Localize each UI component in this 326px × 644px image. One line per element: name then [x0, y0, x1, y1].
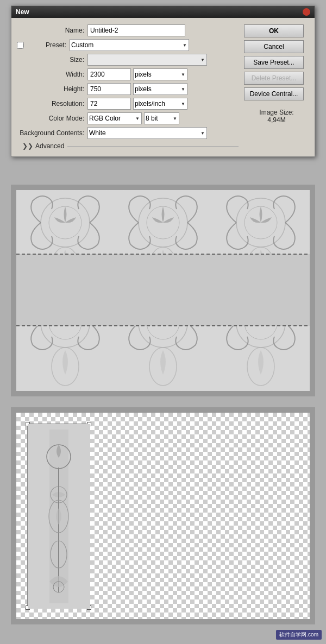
bg-contents-row: Background Contents: White	[17, 127, 239, 139]
preset-checkbox[interactable]	[17, 42, 24, 49]
advanced-row: ❯❯ Advanced	[17, 142, 239, 150]
dialog-title: New	[16, 8, 29, 16]
height-input-group: pixels	[87, 83, 187, 95]
name-row: Name:	[17, 24, 239, 36]
color-mode-row: Color Mode: RGB Color 8 bit	[17, 112, 239, 124]
new-document-dialog: New Name: Preset: Custom	[11, 5, 315, 157]
name-input[interactable]	[87, 24, 185, 36]
cancel-button[interactable]: Cancel	[244, 40, 304, 53]
resolution-input[interactable]	[87, 98, 131, 110]
image-size-value: 4,94M	[244, 116, 309, 124]
device-central-button[interactable]: Device Central...	[244, 87, 304, 100]
bg-contents-select[interactable]: White	[87, 127, 207, 139]
color-mode-select[interactable]: RGB Color	[87, 112, 142, 124]
preset-label: Preset:	[26, 41, 70, 49]
watermark: 软件自学网.com	[276, 630, 322, 640]
size-select[interactable]	[87, 54, 207, 66]
delete-preset-button[interactable]: Delete Preset...	[244, 72, 304, 85]
color-mode-label: Color Mode:	[17, 115, 87, 122]
color-mode-select-wrapper: RGB Color	[87, 112, 142, 124]
name-label: Name:	[17, 27, 87, 34]
width-unit-select[interactable]: pixels	[133, 68, 187, 80]
width-label: Width:	[17, 71, 87, 78]
canvas-1	[16, 190, 310, 391]
resolution-input-group: pixels/inch	[87, 98, 187, 110]
preset-select-wrapper: Custom	[70, 39, 189, 51]
preset-row: Preset: Custom	[17, 39, 239, 51]
canvas-area-1	[11, 185, 315, 396]
small-canvas-layer	[27, 424, 90, 608]
watermark-text: 软件自学网.com	[279, 632, 318, 637]
ok-button[interactable]: OK	[244, 24, 304, 37]
color-mode-group: RGB Color 8 bit	[87, 112, 179, 124]
size-select-wrapper	[87, 54, 207, 66]
height-input[interactable]	[87, 83, 131, 95]
height-unit-wrapper: pixels	[133, 83, 187, 95]
close-icon[interactable]	[303, 8, 310, 16]
advanced-divider	[67, 146, 239, 147]
svg-rect-9	[16, 190, 310, 391]
bit-depth-select-wrapper: 8 bit	[144, 112, 179, 124]
resolution-label: Resolution:	[17, 100, 87, 108]
width-row: Width: pixels	[17, 68, 239, 80]
bg-contents-select-wrapper: White	[87, 127, 207, 139]
resolution-unit-select[interactable]: pixels/inch	[133, 98, 187, 110]
resolution-unit-wrapper: pixels/inch	[133, 98, 187, 110]
height-row: Height: pixels	[17, 83, 239, 95]
advanced-expand-icon[interactable]: ❯❯	[22, 142, 33, 150]
image-size-label: Image Size:	[244, 109, 309, 116]
dialog-buttons: OK Cancel Save Preset... Delete Preset..…	[244, 24, 309, 150]
size-label: Size:	[17, 56, 87, 64]
canvas-area-2	[11, 407, 315, 624]
save-preset-button[interactable]: Save Preset...	[244, 56, 304, 69]
dialog-form: Name: Preset: Custom Size:	[17, 24, 239, 150]
height-unit-select[interactable]: pixels	[133, 83, 187, 95]
dialog-titlebar: New	[11, 6, 315, 18]
preset-select[interactable]: Custom	[70, 39, 189, 51]
width-unit-wrapper: pixels	[133, 68, 187, 80]
dialog-body: Name: Preset: Custom Size:	[11, 18, 315, 156]
resolution-row: Resolution: pixels/inch	[17, 98, 239, 110]
width-input[interactable]	[87, 68, 131, 80]
bit-depth-select[interactable]: 8 bit	[144, 112, 179, 124]
width-input-group: pixels	[87, 68, 187, 80]
image-size-info: Image Size: 4,94M	[244, 109, 309, 124]
dialog-container: New Name: Preset: Custom	[11, 5, 315, 157]
ornament-svg-1	[16, 190, 310, 391]
size-row: Size:	[17, 54, 239, 66]
bg-contents-label: Background Contents:	[17, 129, 87, 137]
canvas-2	[16, 413, 310, 619]
advanced-label[interactable]: Advanced	[35, 142, 64, 150]
small-ornament-svg	[28, 424, 90, 609]
height-label: Height:	[17, 85, 87, 93]
